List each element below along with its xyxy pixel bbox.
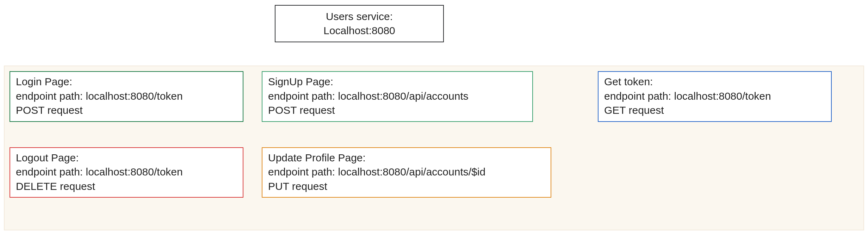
endpoint-card-logout: Logout Page: endpoint path: localhost:80… — [10, 147, 243, 198]
endpoint-method: GET request — [604, 103, 825, 118]
service-host: Localhost:8080 — [323, 24, 395, 38]
endpoint-title: SignUp Page: — [268, 75, 527, 89]
endpoint-title: Logout Page: — [16, 151, 237, 165]
endpoints-container: Login Page: endpoint path: localhost:808… — [4, 66, 864, 230]
service-title: Users service: — [326, 10, 393, 24]
endpoint-path: endpoint path: localhost:8080/api/accoun… — [268, 165, 545, 179]
endpoint-title: Get token: — [604, 75, 825, 89]
service-box: Users service: Localhost:8080 — [275, 5, 444, 42]
endpoint-title: Login Page: — [16, 75, 237, 89]
endpoint-card-update-profile: Update Profile Page: endpoint path: loca… — [262, 147, 551, 198]
endpoint-method: POST request — [268, 103, 527, 118]
endpoint-method: DELETE request — [16, 179, 237, 194]
endpoint-card-login: Login Page: endpoint path: localhost:808… — [10, 71, 243, 122]
endpoint-card-signup: SignUp Page: endpoint path: localhost:80… — [262, 71, 533, 122]
row-1: Logout Page: endpoint path: localhost:80… — [10, 147, 858, 198]
endpoint-method: PUT request — [268, 179, 545, 194]
endpoint-path: endpoint path: localhost:8080/token — [16, 165, 237, 179]
endpoint-title: Update Profile Page: — [268, 151, 545, 165]
endpoint-card-get-token: Get token: endpoint path: localhost:8080… — [598, 71, 832, 122]
endpoint-path: endpoint path: localhost:8080/token — [604, 89, 825, 104]
endpoint-path: endpoint path: localhost:8080/api/accoun… — [268, 89, 527, 104]
endpoint-method: POST request — [16, 103, 237, 118]
endpoint-path: endpoint path: localhost:8080/token — [16, 89, 237, 104]
row-0: Login Page: endpoint path: localhost:808… — [10, 71, 858, 122]
